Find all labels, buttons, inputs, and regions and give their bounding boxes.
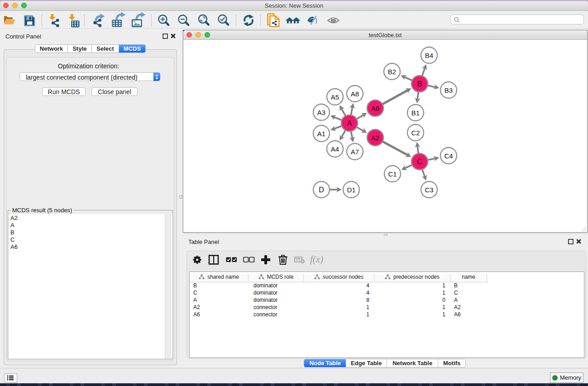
svg-text:D1: D1 xyxy=(347,186,355,194)
svg-text:A5: A5 xyxy=(331,93,339,101)
svg-text:B: B xyxy=(417,80,422,88)
svg-text:C4: C4 xyxy=(444,152,453,160)
svg-text:C3: C3 xyxy=(425,186,433,194)
svg-text:C1: C1 xyxy=(388,170,397,178)
svg-text:A2: A2 xyxy=(371,134,379,142)
svg-text:C: C xyxy=(417,158,422,166)
svg-text:D: D xyxy=(319,186,324,194)
svg-text:f(x): f(x) xyxy=(310,254,323,265)
svg-text:A8: A8 xyxy=(351,90,359,98)
svg-text:A3: A3 xyxy=(317,109,325,116)
svg-text:A: A xyxy=(347,119,352,127)
svg-text:B1: B1 xyxy=(411,109,420,117)
svg-text:B2: B2 xyxy=(388,68,396,76)
svg-text:A7: A7 xyxy=(351,148,359,156)
svg-text:C2: C2 xyxy=(411,129,420,137)
svg-text:B4: B4 xyxy=(425,52,433,59)
svg-text:A6: A6 xyxy=(371,105,379,112)
svg-text:A4: A4 xyxy=(331,145,339,153)
svg-text:B3: B3 xyxy=(445,86,453,94)
svg-text:A1: A1 xyxy=(317,130,325,138)
